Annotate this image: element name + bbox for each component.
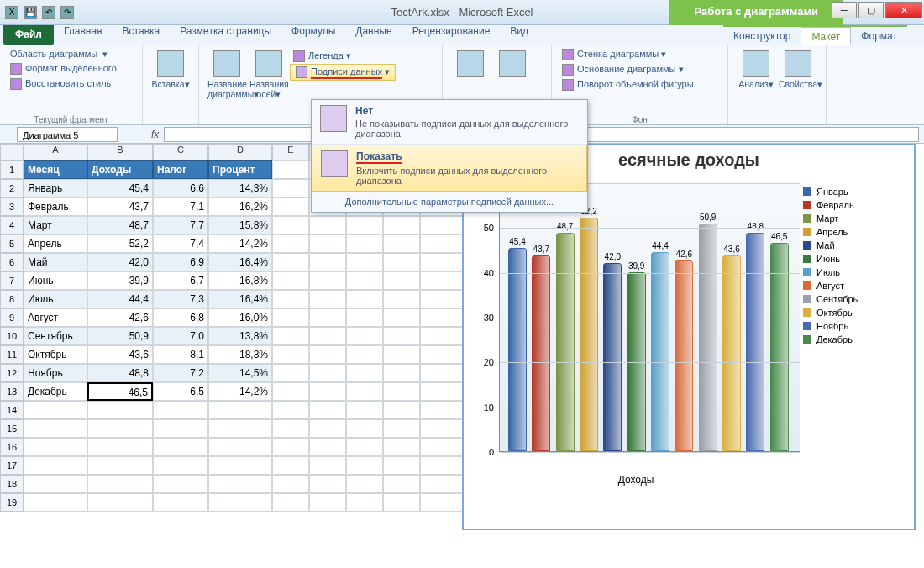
cell[interactable]: Месяц bbox=[24, 160, 87, 179]
cell[interactable]: Май bbox=[24, 253, 87, 271]
cell[interactable] bbox=[346, 438, 383, 456]
cell[interactable]: 43,7 bbox=[87, 197, 153, 216]
cell[interactable]: 48,7 bbox=[87, 216, 153, 234]
row-header-10[interactable]: 10 bbox=[0, 327, 24, 345]
cell[interactable]: 16,2% bbox=[208, 197, 272, 216]
chart-wall-button[interactable]: Стенка диаграммы ▾ bbox=[559, 47, 721, 62]
col-header-C[interactable]: C bbox=[153, 144, 208, 160]
cell[interactable] bbox=[309, 308, 346, 327]
axis-titles-button[interactable]: Названия осей▾ bbox=[248, 47, 290, 103]
cell[interactable] bbox=[208, 493, 272, 512]
cell[interactable] bbox=[272, 456, 309, 475]
cell[interactable] bbox=[383, 382, 420, 401]
row-header-5[interactable]: 5 bbox=[0, 234, 24, 253]
row-header-9[interactable]: 9 bbox=[0, 308, 24, 327]
row-header-15[interactable]: 15 bbox=[0, 419, 24, 438]
cell[interactable]: 7,4 bbox=[153, 234, 208, 253]
bar-Ноябрь[interactable] bbox=[746, 233, 764, 451]
cell[interactable]: 6,8 bbox=[153, 308, 208, 327]
cell[interactable] bbox=[272, 364, 309, 382]
cell[interactable] bbox=[346, 401, 383, 419]
cell[interactable] bbox=[208, 401, 272, 419]
bar-Сентябрь[interactable] bbox=[699, 224, 717, 451]
bar-Май[interactable] bbox=[603, 263, 622, 451]
cell[interactable] bbox=[272, 234, 309, 253]
chart-element-selector[interactable]: Область диаграммы ▾ bbox=[7, 47, 135, 61]
context-tab-Формат[interactable]: Формат bbox=[851, 27, 907, 45]
row-header-3[interactable]: 3 bbox=[0, 197, 24, 216]
cell[interactable] bbox=[309, 216, 346, 234]
cell[interactable] bbox=[272, 419, 309, 438]
cell[interactable] bbox=[153, 419, 208, 438]
cell[interactable] bbox=[153, 493, 208, 512]
cell[interactable] bbox=[346, 475, 383, 493]
cell[interactable]: 39,9 bbox=[87, 271, 153, 290]
legend-button[interactable]: Легенда ▾ bbox=[290, 49, 396, 64]
data-labels-button[interactable]: Подписи данных ▾ bbox=[290, 64, 396, 81]
cell[interactable]: Июнь bbox=[24, 271, 87, 290]
cell[interactable] bbox=[309, 419, 346, 438]
cell[interactable]: Август bbox=[24, 308, 87, 327]
cell[interactable]: 6,7 bbox=[153, 271, 208, 290]
cell[interactable]: 14,5% bbox=[208, 364, 272, 382]
cell[interactable] bbox=[272, 475, 309, 493]
name-box[interactable]: Диаграмма 5 bbox=[17, 127, 118, 142]
minimize-button[interactable]: ─ bbox=[832, 2, 857, 18]
cell[interactable] bbox=[87, 493, 153, 512]
cell[interactable] bbox=[346, 345, 383, 364]
cell[interactable] bbox=[153, 438, 208, 456]
format-selection-button[interactable]: Формат выделенного bbox=[7, 61, 135, 76]
legend-item-Июнь[interactable]: Июнь bbox=[803, 254, 897, 264]
cell[interactable]: 6,5 bbox=[153, 382, 208, 401]
cell[interactable] bbox=[383, 327, 420, 345]
cell[interactable]: Апрель bbox=[24, 234, 87, 253]
cell[interactable]: 6,6 bbox=[153, 179, 208, 197]
cell[interactable] bbox=[153, 475, 208, 493]
cell[interactable] bbox=[272, 197, 309, 216]
bar-Март[interactable] bbox=[556, 233, 575, 451]
cell[interactable] bbox=[272, 345, 309, 364]
cell[interactable] bbox=[346, 327, 383, 345]
cell[interactable]: Процент bbox=[208, 160, 272, 179]
row-header-1[interactable]: 1 bbox=[0, 160, 24, 179]
bar-Февраль[interactable] bbox=[532, 255, 550, 451]
cell[interactable]: Доходы bbox=[87, 160, 153, 179]
cell[interactable]: 44,4 bbox=[87, 290, 153, 308]
cell[interactable]: 42,6 bbox=[87, 308, 153, 327]
cell[interactable]: 48,8 bbox=[87, 364, 153, 382]
col-header-A[interactable]: A bbox=[24, 144, 87, 160]
insert-button[interactable]: Вставка▾ bbox=[150, 47, 192, 92]
cell[interactable] bbox=[24, 475, 87, 493]
cell[interactable] bbox=[208, 419, 272, 438]
cell[interactable] bbox=[383, 234, 420, 253]
redo-icon[interactable]: ↷ bbox=[60, 6, 74, 19]
row-header-17[interactable]: 17 bbox=[0, 456, 24, 475]
cell[interactable] bbox=[24, 438, 87, 456]
row-header-14[interactable]: 14 bbox=[0, 401, 24, 419]
cell[interactable] bbox=[383, 456, 420, 475]
analysis-button[interactable]: Анализ▾ bbox=[735, 47, 777, 92]
cell[interactable] bbox=[272, 216, 309, 234]
cell[interactable]: Ноябрь bbox=[24, 364, 87, 382]
cell[interactable] bbox=[309, 253, 346, 271]
cell[interactable]: Сентябрь bbox=[24, 327, 87, 345]
row-header-2[interactable]: 2 bbox=[0, 179, 24, 197]
cell[interactable]: 52,2 bbox=[87, 234, 153, 253]
cell[interactable] bbox=[24, 456, 87, 475]
bar-Октябрь[interactable] bbox=[722, 255, 741, 451]
undo-icon[interactable]: ↶ bbox=[42, 6, 55, 19]
bar-Декабрь[interactable] bbox=[770, 243, 789, 451]
cell[interactable]: 46,5 bbox=[87, 382, 153, 401]
cell[interactable] bbox=[383, 253, 420, 271]
cell[interactable] bbox=[272, 160, 309, 179]
cell[interactable]: 16,0% bbox=[208, 308, 272, 327]
cell[interactable] bbox=[346, 419, 383, 438]
bar-Январь[interactable] bbox=[508, 248, 527, 451]
cell[interactable] bbox=[272, 253, 309, 271]
cell[interactable]: 42,0 bbox=[87, 253, 153, 271]
dropdown-option-none[interactable]: НетНе показывать подписи данных для выде… bbox=[312, 100, 587, 145]
cell[interactable] bbox=[383, 493, 420, 512]
cell[interactable] bbox=[383, 438, 420, 456]
cell[interactable]: 14,3% bbox=[208, 179, 272, 197]
cell[interactable]: 45,4 bbox=[87, 179, 153, 197]
